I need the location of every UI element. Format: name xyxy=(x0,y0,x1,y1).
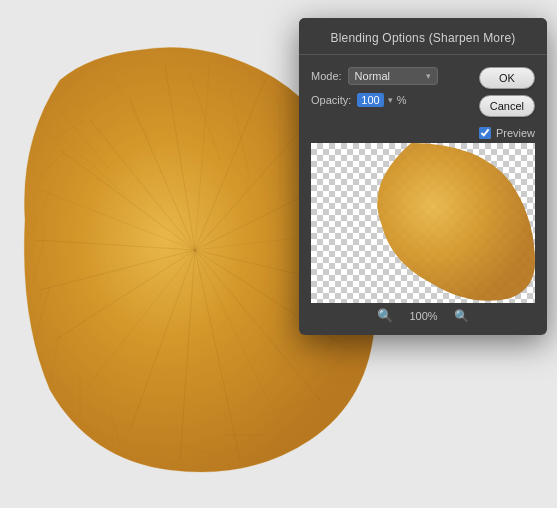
opacity-value[interactable]: 100 xyxy=(357,93,383,107)
mode-row: Mode: Normal ▾ xyxy=(311,67,463,85)
zoom-value: 100% xyxy=(409,310,437,322)
preview-golden xyxy=(311,143,535,303)
preview-label: Preview xyxy=(496,127,535,139)
opacity-label: Opacity: xyxy=(311,94,351,106)
mode-select[interactable]: Normal ▾ xyxy=(348,67,438,85)
chevron-down-icon: ▾ xyxy=(426,71,431,81)
preview-checkbox[interactable] xyxy=(479,127,491,139)
dialog-title: Blending Options (Sharpen More) xyxy=(331,31,516,45)
zoom-out-icon[interactable]: 🔍 xyxy=(377,308,393,323)
opacity-dropdown-icon[interactable]: ▾ xyxy=(388,95,393,105)
preview-row: Preview xyxy=(479,127,535,139)
dialog-controls: Mode: Normal ▾ Opacity: 100 ▾ % xyxy=(299,67,475,139)
mode-label: Mode: xyxy=(311,70,342,82)
dialog-buttons: OK Cancel Preview xyxy=(475,67,547,139)
cancel-button[interactable]: Cancel xyxy=(479,95,535,117)
mode-select-text: Normal xyxy=(355,70,422,82)
dialog-titlebar: Blending Options (Sharpen More) xyxy=(299,18,547,55)
canvas-area: Blending Options (Sharpen More) Mode: No… xyxy=(0,0,557,508)
preview-zoom-bar: 🔍 100% 🔍 xyxy=(311,303,535,329)
ok-button[interactable]: OK xyxy=(479,67,535,89)
dialog: Blending Options (Sharpen More) Mode: No… xyxy=(299,18,547,335)
zoom-in-icon[interactable]: 🔍 xyxy=(454,309,469,323)
preview-area: 🔍 100% 🔍 xyxy=(299,143,547,329)
opacity-unit: % xyxy=(397,94,407,106)
opacity-row: Opacity: 100 ▾ % xyxy=(311,93,463,107)
opacity-control: 100 ▾ % xyxy=(357,93,406,107)
dialog-body: Mode: Normal ▾ Opacity: 100 ▾ % xyxy=(299,55,547,139)
